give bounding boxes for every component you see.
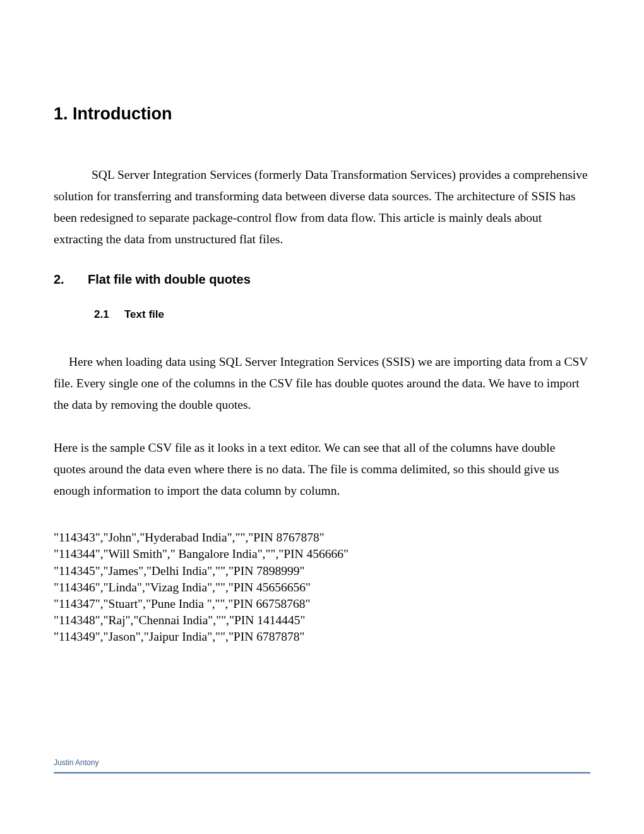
intro-paragraph: SQL Server Integration Services (formerl…: [54, 164, 590, 251]
subheading-text: Text file: [124, 308, 164, 320]
page-content: 1. Introduction SQL Server Integration S…: [0, 0, 644, 645]
heading-text-file: 2.1Text file: [94, 308, 590, 321]
csv-line: "114344","Will Smith"," Bangalore India"…: [54, 546, 590, 562]
csv-line: "114346","Linda","Vizag India","","PIN 4…: [54, 579, 590, 596]
footer-author: Justin Antony: [54, 758, 590, 772]
heading-introduction: 1. Introduction: [54, 104, 590, 124]
paragraph-sample-csv: Here is the sample CSV file as it looks …: [54, 437, 590, 502]
heading-text: Flat file with double quotes: [88, 272, 251, 286]
csv-sample-block: "114343","John","Hyderabad India","","PI…: [54, 529, 590, 645]
subheading-number: 2.1: [94, 308, 124, 321]
csv-line: "114343","John","Hyderabad India","","PI…: [54, 529, 590, 546]
paragraph-loading-data: Here when loading data using SQL Server …: [54, 351, 590, 416]
csv-line: "114349","Jason","Jaipur India","","PIN …: [54, 629, 590, 645]
csv-line: "114347","Stuart","Pune India ","","PIN …: [54, 596, 590, 612]
footer-divider: [54, 772, 590, 773]
csv-line: "114348","Raj","Chennai India","","PIN 1…: [54, 612, 590, 629]
heading-flat-file: 2.Flat file with double quotes: [54, 272, 590, 287]
page-footer: Justin Antony: [54, 758, 590, 773]
csv-line: "114345","James","Delhi India","","PIN 7…: [54, 563, 590, 579]
heading-number: 2.: [54, 272, 88, 287]
